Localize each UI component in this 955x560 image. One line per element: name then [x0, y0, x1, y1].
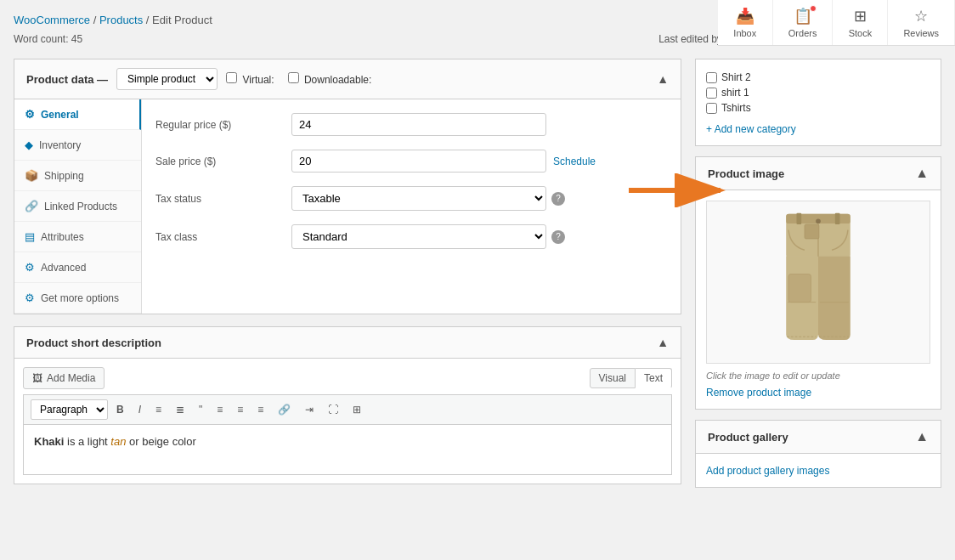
inbox-label: Inbox	[733, 28, 756, 38]
indent-button[interactable]: ⇥	[299, 400, 319, 419]
svg-rect-3	[835, 213, 840, 224]
link-button[interactable]: 🔗	[272, 400, 297, 419]
nav-stock[interactable]: ⊞ Stock	[833, 0, 888, 45]
product-gallery-panel: Product gallery ▲ Add product gallery im…	[695, 420, 941, 488]
tab-shipping[interactable]: 📦 Shipping	[14, 161, 141, 191]
virtual-checkbox[interactable]	[226, 72, 237, 83]
add-gallery-link[interactable]: Add product gallery images	[706, 465, 829, 477]
tab-content-general: Regular price ($) Sale price ($) Schedul…	[142, 99, 681, 314]
category-tshirts-label: Tshirts	[721, 102, 751, 114]
blockquote-button[interactable]: "	[193, 400, 208, 419]
attributes-icon: ▤	[25, 230, 35, 243]
category-item-tshirts: Tshirts	[706, 100, 930, 116]
category-shirt1-checkbox[interactable]	[706, 88, 717, 99]
sale-price-input-wrapper: Schedule	[291, 150, 667, 173]
align-center-button[interactable]: ≡	[231, 400, 249, 419]
product-type-select[interactable]: Simple product	[116, 68, 218, 90]
shipping-icon: 📦	[25, 169, 38, 182]
nav-inbox[interactable]: 📥 Inbox	[718, 0, 773, 45]
product-data-title: Product data —	[26, 73, 108, 86]
word-count: Word count: 45	[14, 33, 82, 45]
tax-status-select[interactable]: Taxable Shipping only None	[291, 186, 546, 211]
editor-area[interactable]: Khaki is a light tan or beige color	[23, 424, 672, 475]
downloadable-label[interactable]: Downloadable:	[288, 72, 372, 86]
category-item-shirt2: Shirt 2	[706, 70, 930, 85]
bold-button[interactable]: B	[110, 400, 130, 419]
product-gallery-body: Add product gallery images	[696, 454, 941, 487]
add-category-link[interactable]: + Add new category	[706, 123, 796, 135]
category-tshirts-checkbox[interactable]	[706, 103, 717, 114]
short-description-panel: Product short description ▲ 🖼 Add Media …	[14, 326, 681, 484]
inbox-icon: 📥	[736, 7, 754, 25]
stock-icon: ⊞	[854, 7, 867, 25]
product-image-body: Click the image to edit or update Remove…	[696, 190, 941, 409]
virtual-label[interactable]: Virtual:	[226, 72, 274, 86]
text-tab[interactable]: Text	[636, 368, 672, 388]
tax-class-label: Tax class	[155, 231, 291, 243]
product-gallery-header: Product gallery ▲	[696, 421, 941, 454]
schedule-link[interactable]: Schedule	[553, 156, 596, 167]
product-image-container[interactable]	[706, 201, 930, 364]
add-media-button[interactable]: 🖼 Add Media	[23, 367, 105, 389]
short-description-title: Product short description	[26, 337, 161, 349]
nav-orders[interactable]: 📋 Orders	[773, 0, 834, 45]
align-left-button[interactable]: ≡	[211, 400, 229, 419]
product-data-collapse[interactable]: ▲	[657, 72, 669, 86]
regular-price-input-wrapper	[291, 113, 667, 136]
tab-get-more-options[interactable]: ⚙ Get more options	[14, 283, 141, 314]
tab-general[interactable]: ⚙ General	[14, 99, 141, 130]
editor-content-bold: Khaki	[34, 435, 64, 448]
tab-linked-products[interactable]: 🔗 Linked Products	[14, 191, 141, 222]
svg-rect-2	[797, 213, 802, 224]
fullscreen-button[interactable]: ⛶	[322, 400, 344, 419]
category-item-shirt1: shirt 1	[706, 85, 930, 100]
tax-class-input-wrapper: Standard Reduced rate Zero rate ?	[291, 224, 667, 249]
linked-products-icon: 🔗	[25, 200, 38, 212]
regular-price-input[interactable]	[291, 113, 546, 136]
virtual-downloadable: Virtual: Downloadable:	[226, 72, 371, 86]
tax-status-label: Tax status	[155, 193, 291, 205]
orders-label: Orders	[788, 28, 817, 38]
ol-button[interactable]: ≣	[170, 400, 190, 419]
add-media-label: Add Media	[47, 372, 95, 384]
categories-body: Shirt 2 shirt 1 Tshirts + Add new catego…	[696, 59, 941, 145]
tax-class-select[interactable]: Standard Reduced rate Zero rate	[291, 224, 546, 249]
category-shirt2-checkbox[interactable]	[706, 72, 717, 83]
editor-content-italic: tan	[110, 435, 126, 448]
get-more-icon: ⚙	[25, 291, 35, 304]
breadcrumb-products[interactable]: Products	[99, 14, 143, 26]
paragraph-select[interactable]: Paragraph	[31, 399, 108, 420]
tab-inventory[interactable]: ◆ Inventory	[14, 130, 141, 161]
product-image-panel: Product image ▲	[695, 156, 941, 410]
breadcrumb-woocommerce[interactable]: WooCommerce	[14, 14, 90, 26]
tab-attributes[interactable]: ▤ Attributes	[14, 222, 141, 252]
sale-price-input[interactable]	[291, 150, 546, 173]
product-gallery-collapse[interactable]: ▲	[915, 429, 929, 444]
reviews-icon: ☆	[914, 7, 928, 25]
orders-icon: 📋	[794, 7, 812, 25]
visual-tab[interactable]: Visual	[590, 368, 636, 388]
remove-product-image-link[interactable]: Remove product image	[706, 387, 811, 399]
svg-point-4	[816, 218, 821, 223]
product-image-svg	[763, 210, 873, 354]
toolbar-left: 🖼 Add Media	[23, 367, 105, 389]
regular-price-row: Regular price ($)	[155, 113, 667, 136]
tab-advanced[interactable]: ⚙ Advanced	[14, 252, 141, 283]
editor-content: is a light	[67, 435, 110, 448]
categories-panel: Shirt 2 shirt 1 Tshirts + Add new catego…	[695, 59, 941, 146]
tax-class-help-icon[interactable]: ?	[551, 230, 565, 244]
short-description-collapse[interactable]: ▲	[657, 336, 669, 349]
short-description-body: 🖼 Add Media Visual Text Paragraph	[14, 359, 681, 484]
align-right-button[interactable]: ≡	[251, 400, 269, 419]
downloadable-checkbox[interactable]	[288, 72, 299, 83]
product-data-header: Product data — Simple product Virtual:	[14, 59, 681, 99]
ul-button[interactable]: ≡	[150, 400, 167, 419]
category-list: Shirt 2 shirt 1 Tshirts	[706, 70, 930, 116]
regular-price-label: Regular price ($)	[155, 119, 291, 131]
tax-status-help-icon[interactable]: ?	[551, 192, 565, 206]
tax-status-input-wrapper: Taxable Shipping only None ?	[291, 186, 667, 211]
product-image-collapse[interactable]: ▲	[915, 166, 929, 181]
italic-button[interactable]: I	[133, 400, 147, 419]
table-button[interactable]: ⊞	[347, 400, 367, 419]
nav-reviews[interactable]: ☆ Reviews	[888, 0, 955, 45]
